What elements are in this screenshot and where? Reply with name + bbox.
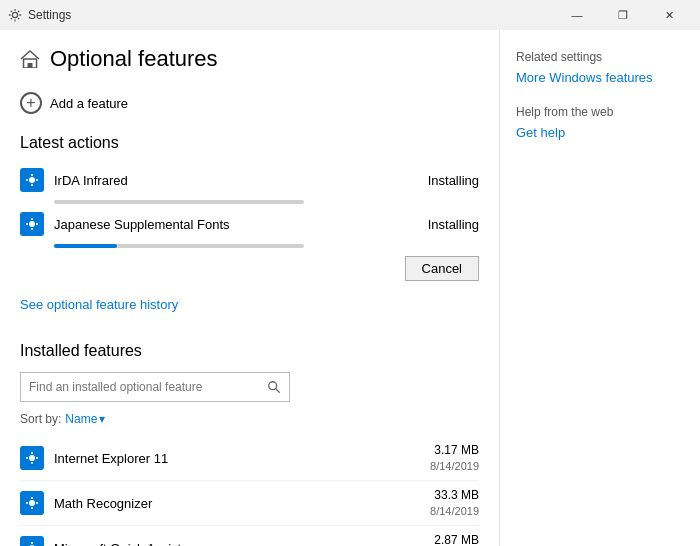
related-settings-title: Related settings: [516, 50, 684, 64]
title-bar: Settings — ❐ ✕: [0, 0, 700, 30]
help-from-web-section: Help from the web Get help: [516, 105, 684, 140]
installed-features-section: Installed features Sort by: Name ▾: [20, 342, 479, 546]
japanese-fonts-progress-bg: [54, 244, 304, 248]
title-bar-controls: — ❐ ✕: [554, 0, 692, 30]
cancel-button[interactable]: Cancel: [405, 256, 479, 281]
get-help-link[interactable]: Get help: [516, 125, 684, 140]
plus-icon: +: [20, 92, 42, 114]
ie11-meta: 3.17 MB 8/14/2019: [430, 442, 479, 474]
home-button[interactable]: [20, 49, 40, 69]
page-title: Optional features: [50, 46, 218, 72]
irda-progress-container: [54, 200, 479, 204]
svg-point-6: [29, 455, 35, 461]
japanese-fonts-status: Installing: [419, 217, 479, 232]
svg-point-3: [29, 177, 35, 183]
math-meta: 33.3 MB 8/14/2019: [430, 487, 479, 519]
help-from-web-title: Help from the web: [516, 105, 684, 119]
latest-actions-title: Latest actions: [20, 134, 479, 152]
feature-list: Internet Explorer 11 3.17 MB 8/14/2019 M…: [20, 436, 479, 546]
quick-assist-name: Microsoft Quick Assist: [54, 541, 420, 546]
latest-actions-section: Latest actions IrDA Infrared Installing: [20, 134, 479, 281]
page-header: Optional features: [20, 46, 479, 72]
sidebar: Related settings More Windows features H…: [500, 30, 700, 546]
svg-rect-2: [28, 63, 33, 68]
japanese-fonts-icon: [20, 212, 44, 236]
search-box: [20, 372, 290, 402]
search-icon[interactable]: [259, 372, 289, 402]
add-feature-button[interactable]: + Add a feature: [20, 92, 479, 114]
irda-name: IrDA Infrared: [54, 173, 409, 188]
svg-point-0: [12, 12, 17, 17]
sort-row: Sort by: Name ▾: [20, 412, 479, 426]
window-body: Optional features + Add a feature Latest…: [0, 30, 700, 546]
feature-item-ie11[interactable]: Internet Explorer 11 3.17 MB 8/14/2019: [20, 436, 479, 481]
see-history-link[interactable]: See optional feature history: [20, 297, 178, 312]
close-button[interactable]: ✕: [646, 0, 692, 30]
more-windows-features-link[interactable]: More Windows features: [516, 70, 684, 85]
title-bar-left: Settings: [8, 8, 71, 22]
irda-status: Installing: [419, 173, 479, 188]
sort-label: Sort by:: [20, 412, 61, 426]
maximize-button[interactable]: ❐: [600, 0, 646, 30]
irda-progress-bg: [54, 200, 304, 204]
quick-assist-meta: 2.87 MB 8/14/2019: [430, 532, 479, 546]
svg-point-4: [29, 221, 35, 227]
sort-value-text: Name: [65, 412, 97, 426]
japanese-fonts-name: Japanese Supplemental Fonts: [54, 217, 409, 232]
search-input[interactable]: [21, 380, 259, 394]
quick-assist-icon: [20, 536, 44, 546]
settings-icon: [8, 8, 22, 22]
math-icon: [20, 491, 44, 515]
ie11-name: Internet Explorer 11: [54, 451, 420, 466]
feature-item-math[interactable]: Math Recognizer 33.3 MB 8/14/2019: [20, 481, 479, 526]
ie11-date: 8/14/2019: [430, 459, 479, 474]
japanese-fonts-progress-fill: [54, 244, 117, 248]
svg-point-7: [29, 500, 35, 506]
action-item-japanese-fonts: Japanese Supplemental Fonts Installing: [20, 208, 479, 240]
sort-value-button[interactable]: Name ▾: [65, 412, 105, 426]
sort-chevron-icon: ▾: [99, 412, 105, 426]
main-content: Optional features + Add a feature Latest…: [0, 30, 500, 546]
math-size: 33.3 MB: [430, 487, 479, 504]
math-name: Math Recognizer: [54, 496, 420, 511]
irda-icon: [20, 168, 44, 192]
minimize-button[interactable]: —: [554, 0, 600, 30]
related-settings-section: Related settings More Windows features: [516, 50, 684, 85]
ie11-icon: [20, 446, 44, 470]
installed-features-title: Installed features: [20, 342, 479, 360]
quick-assist-size: 2.87 MB: [430, 532, 479, 546]
japanese-fonts-progress-container: [54, 244, 479, 248]
math-date: 8/14/2019: [430, 504, 479, 519]
cancel-btn-row: Cancel: [20, 256, 479, 281]
action-item-irda: IrDA Infrared Installing: [20, 164, 479, 196]
add-feature-label: Add a feature: [50, 96, 128, 111]
ie11-size: 3.17 MB: [430, 442, 479, 459]
window-title: Settings: [28, 8, 71, 22]
feature-item-quick-assist[interactable]: Microsoft Quick Assist 2.87 MB 8/14/2019: [20, 526, 479, 546]
